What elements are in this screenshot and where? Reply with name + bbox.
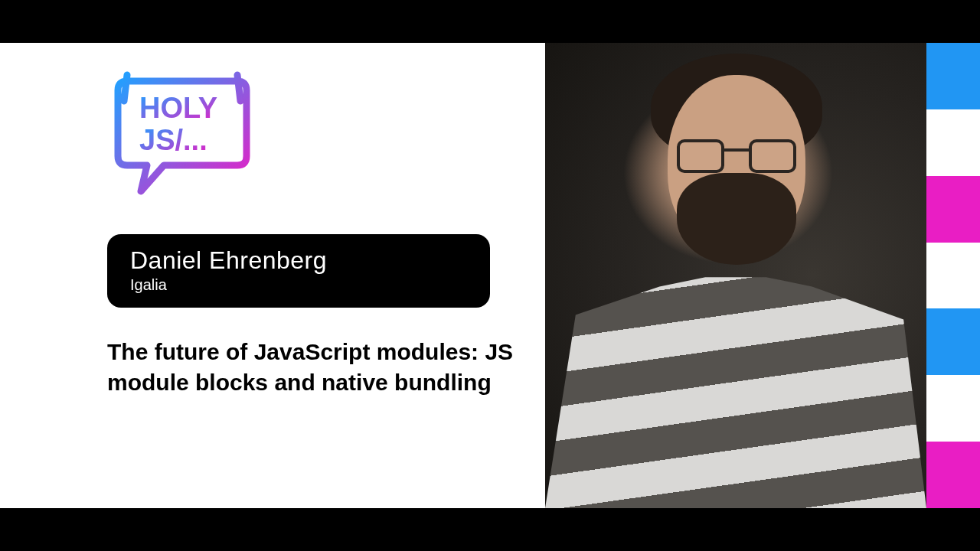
talk-intro-slide: HOLY JS/... Daniel Ehrenberg Igalia The … bbox=[0, 43, 980, 508]
stripe bbox=[926, 243, 980, 309]
brand-stripe-column bbox=[926, 43, 980, 508]
stripe bbox=[926, 43, 980, 109]
logo-text-line1: HOLY bbox=[139, 92, 217, 124]
stripe bbox=[926, 442, 980, 508]
stripe bbox=[926, 176, 980, 243]
photo-sweater bbox=[545, 272, 926, 508]
holyjs-logo: HOLY JS/... bbox=[107, 70, 545, 204]
photo-glasses bbox=[677, 139, 796, 170]
speaker-badge: Daniel Ehrenberg Igalia bbox=[107, 234, 490, 308]
speaker-photo bbox=[545, 43, 926, 508]
stripe bbox=[926, 308, 980, 375]
info-panel: HOLY JS/... Daniel Ehrenberg Igalia The … bbox=[0, 43, 545, 508]
logo-text-line2: JS/... bbox=[139, 124, 207, 156]
holyjs-logo-svg: HOLY JS/... bbox=[107, 70, 253, 201]
photo-beard bbox=[677, 173, 796, 265]
stripe bbox=[926, 109, 980, 176]
talk-title: The future of JavaScript modules: JS mod… bbox=[107, 337, 521, 399]
speaker-name: Daniel Ehrenberg bbox=[130, 246, 467, 275]
stripe bbox=[926, 375, 980, 442]
speaker-company: Igalia bbox=[130, 276, 467, 294]
